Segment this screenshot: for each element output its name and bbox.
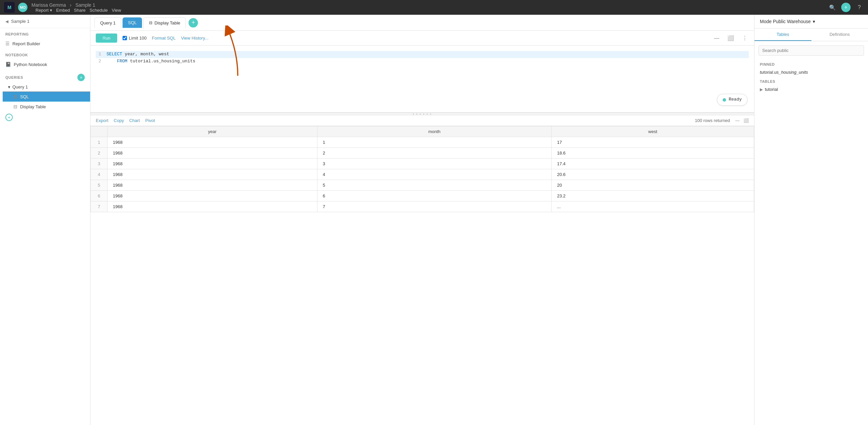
right-panel: Mode Public Warehouse ▾ Tables Definitio… xyxy=(754,15,868,425)
maximize-results-icon[interactable]: ⬜ xyxy=(743,118,749,123)
sql-icon: ⊞ xyxy=(13,94,18,99)
table-icon: ⊟ xyxy=(149,21,152,25)
table-row: 51968520 xyxy=(91,180,754,191)
code-content-1: SELECT year, month, west xyxy=(106,51,169,58)
tutorial-table-label: tutorial xyxy=(765,87,778,92)
line-number-2: 2 xyxy=(96,58,101,65)
add-button[interactable]: + xyxy=(841,3,850,12)
ready-label: Ready xyxy=(729,96,742,103)
cell-col-1: 1968 xyxy=(107,180,317,191)
month-header: month xyxy=(317,126,552,137)
right-panel-header: Mode Public Warehouse ▾ xyxy=(754,15,868,28)
cell-col-1: 1968 xyxy=(107,169,317,180)
row-number: 5 xyxy=(91,180,107,191)
row-number: 2 xyxy=(91,148,107,159)
tables-section-label: TABLES xyxy=(754,77,868,85)
tab-sql[interactable]: SQL xyxy=(123,18,142,28)
pinned-table-item[interactable]: tutorial.us_housing_units xyxy=(754,68,868,77)
pinned-section-label: PINNED xyxy=(754,60,868,68)
sidebar-collapse[interactable]: ◀ Sample 1 xyxy=(0,15,90,28)
add-visualization-button[interactable]: + xyxy=(5,114,13,121)
minimize-results-icon[interactable]: — xyxy=(735,118,739,123)
sidebar-item-report-builder[interactable]: ☰ Report Builder xyxy=(0,38,90,49)
from-args: tutorial.us_housing_units xyxy=(127,59,195,64)
rows-count: 100 rows returned xyxy=(695,118,730,123)
add-tab-button[interactable]: + xyxy=(189,18,198,27)
sidebar-item-display-table-label: Display Table xyxy=(20,104,46,109)
top-nav: M MO Marissa Gemma › Sample 1 Report ▾ E… xyxy=(0,0,868,15)
cell-col-3: ... xyxy=(552,201,754,212)
limit-check-label[interactable]: Limit 100 xyxy=(123,35,147,40)
cell-col-1: 1968 xyxy=(107,148,317,159)
schedule-link[interactable]: Schedule xyxy=(90,8,108,13)
queries-label: QUERIES xyxy=(5,76,23,80)
right-tabs: Tables Definitions xyxy=(754,28,868,41)
from-keyword: FROM xyxy=(117,59,127,64)
sidebar-item-python-notebook[interactable]: 📓 Python Notebook xyxy=(0,59,90,70)
report-menu[interactable]: Report ▾ xyxy=(35,8,52,13)
embed-link[interactable]: Embed xyxy=(56,8,70,13)
row-number: 7 xyxy=(91,201,107,212)
resize-handle[interactable]: • • • • • • xyxy=(90,113,754,115)
format-sql-button[interactable]: Format SQL xyxy=(152,35,176,40)
run-button[interactable]: Run xyxy=(96,33,117,42)
nav-right: 🔍 + ? xyxy=(828,3,864,12)
reporting-section-label: REPORTING xyxy=(0,28,90,38)
search-button[interactable]: 🔍 xyxy=(828,3,837,12)
query1-label: Query 1 xyxy=(12,84,28,89)
sidebar-item-display-table[interactable]: ⊟ Display Table xyxy=(3,102,90,112)
export-button[interactable]: Export xyxy=(96,118,108,123)
warehouse-dropdown-icon[interactable]: ▾ xyxy=(813,19,815,24)
share-link[interactable]: Share xyxy=(74,8,86,13)
content-area: Query 1 SQL ⊟ Display Table + Run Limit … xyxy=(90,15,754,425)
pivot-button[interactable]: Pivot xyxy=(145,118,155,123)
tab-query1[interactable]: Query 1 xyxy=(94,18,121,28)
more-options-icon[interactable]: ⋮ xyxy=(741,33,749,42)
table-row: 11968117 xyxy=(91,137,754,148)
sidebar-item-sql[interactable]: ⊞ SQL xyxy=(3,91,90,102)
code-editor[interactable]: 1 SELECT year, month, west 2 FROM tutori… xyxy=(90,46,754,113)
help-button[interactable]: ? xyxy=(855,3,864,12)
search-input[interactable] xyxy=(758,45,864,56)
cell-col-2: 1 xyxy=(317,137,552,148)
maximize-icon[interactable]: ⬜ xyxy=(726,33,735,42)
nav-actions: Report ▾ Embed Share Schedule View xyxy=(35,8,121,13)
select-keyword: SELECT xyxy=(106,52,122,57)
cell-col-2: 2 xyxy=(317,148,552,159)
app-logo: M xyxy=(4,2,15,13)
tab-display-table-label: Display Table xyxy=(154,21,180,26)
tab-definitions[interactable]: Definitions xyxy=(811,28,868,41)
report-title: Marissa Gemma › Sample 1 xyxy=(30,2,121,8)
tutorial-table-item[interactable]: ▶ tutorial xyxy=(754,85,868,94)
sidebar-item-sql-label: SQL xyxy=(20,94,29,99)
user-avatar: MO xyxy=(18,3,27,12)
tab-display-table[interactable]: ⊟ Display Table xyxy=(143,18,186,28)
cell-col-3: 17.4 xyxy=(552,159,754,169)
cell-col-2: 6 xyxy=(317,191,552,201)
table-row: 61968623.2 xyxy=(91,191,754,201)
tab-sql-label: SQL xyxy=(128,20,136,25)
report-builder-icon: ☰ xyxy=(5,41,10,46)
tab-query1-label: Query 1 xyxy=(100,21,116,26)
line-number-1: 1 xyxy=(96,51,101,58)
query1-group-header[interactable]: ▾ Query 1 xyxy=(3,82,90,91)
table-row: 719687... xyxy=(91,201,754,212)
tab-tables[interactable]: Tables xyxy=(754,28,811,41)
select-args: year, month, west xyxy=(122,52,169,57)
copy-button[interactable]: Copy xyxy=(114,118,124,123)
view-history-button[interactable]: View History... xyxy=(181,35,208,40)
limit-checkbox[interactable] xyxy=(123,36,127,40)
chevron-left-icon: ◀ xyxy=(5,19,8,24)
warehouse-title: Mode Public Warehouse ▾ xyxy=(760,19,815,24)
chevron-down-icon: ▾ xyxy=(8,84,10,89)
chart-button[interactable]: Chart xyxy=(129,118,140,123)
minimize-icon[interactable]: — xyxy=(713,34,721,42)
add-query-button[interactable]: + xyxy=(78,74,85,81)
ready-badge: Ready xyxy=(717,94,747,106)
limit-label: Limit 100 xyxy=(129,35,147,40)
results-toolbar: Export Copy Chart Pivot 100 rows returne… xyxy=(90,115,754,126)
view-link[interactable]: View xyxy=(112,8,121,13)
cell-col-2: 3 xyxy=(317,159,552,169)
cell-col-3: 20 xyxy=(552,180,754,191)
warehouse-title-text: Mode Public Warehouse xyxy=(760,19,811,24)
